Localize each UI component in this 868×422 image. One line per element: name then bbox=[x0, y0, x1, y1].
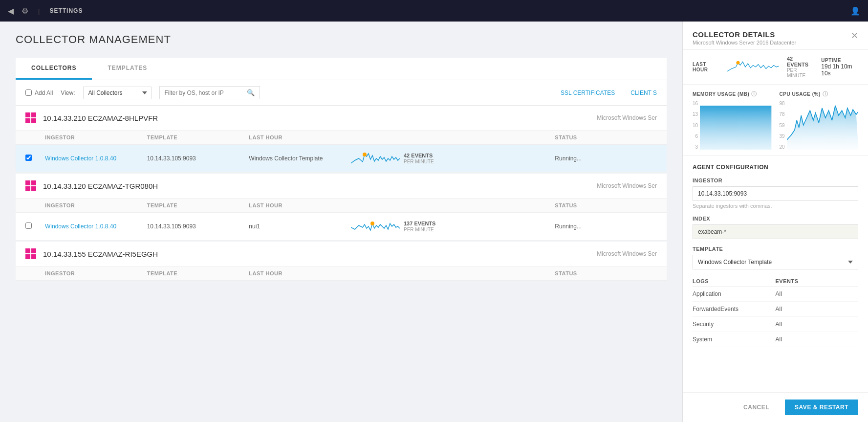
collector-group-1: 10.14.33.210 EC2AMAZ-8HLPVFR Microsoft W… bbox=[16, 106, 667, 173]
template-label: TEMPLATE bbox=[693, 246, 858, 252]
log-events-0: All bbox=[776, 290, 859, 297]
events-count-1: 42 EVENTS bbox=[404, 153, 434, 158]
col-status-3: STATUS bbox=[555, 270, 657, 276]
col-ingestor-1: INGESTOR bbox=[45, 134, 147, 140]
client-link[interactable]: CLIENT S bbox=[630, 89, 657, 96]
collector-name-1[interactable]: Windows Collector 1.0.8.40 bbox=[45, 155, 147, 162]
list-item: System All bbox=[693, 332, 858, 347]
group-header-3: 10.14.33.155 EC2AMAZ-RI5EGGH Microsoft W… bbox=[16, 242, 667, 267]
log-name-1: ForwardedEvents bbox=[693, 306, 776, 312]
svg-point-1 bbox=[370, 222, 374, 225]
template-select[interactable]: Windows Collector Template nui1 bbox=[693, 255, 858, 269]
col-lasthour-2: LAST HOUR bbox=[249, 202, 351, 208]
gear-icon[interactable]: ⚙ bbox=[22, 6, 28, 16]
agent-config-section: AGENT CONFIGURATION INGESTOR Separate in… bbox=[683, 156, 868, 355]
col-ingestor-3: INGESTOR bbox=[45, 270, 147, 276]
status-1: Running... bbox=[555, 155, 657, 162]
collector-table-3: INGESTOR TEMPLATE LAST HOUR STATUS bbox=[16, 267, 667, 281]
ingestor-field: INGESTOR Separate ingestors with commas. bbox=[693, 178, 858, 209]
right-panel: COLLECTOR DETAILS Microsoft Windows Serv… bbox=[682, 22, 868, 422]
save-restart-button[interactable]: SAVE & RESTART bbox=[785, 400, 858, 415]
svg-rect-3 bbox=[700, 106, 771, 150]
panel-footer: CANCEL SAVE & RESTART bbox=[683, 392, 868, 422]
memory-chart-block: MEMORY USAGE (MB) ⓘ 16 13 10 6 3 bbox=[693, 90, 772, 150]
collector-table-1: INGESTOR TEMPLATE LAST HOUR STATUS Windo… bbox=[16, 131, 667, 173]
cpu-line-chart bbox=[787, 101, 858, 150]
nav-title: SETTINGS bbox=[49, 7, 83, 14]
panel-sparkline-chart bbox=[727, 58, 779, 76]
col-lasthour-1: LAST HOUR bbox=[249, 134, 351, 140]
collector-name-2[interactable]: Windows Collector 1.0.8.40 bbox=[45, 223, 147, 230]
tab-collectors[interactable]: COLLECTORS bbox=[16, 58, 92, 80]
cpu-chart-title: CPU USAGE (%) ⓘ bbox=[780, 90, 859, 98]
col-template-1: TEMPLATE bbox=[147, 134, 249, 140]
table-row[interactable]: Windows Collector 1.0.8.40 10.14.33.105:… bbox=[16, 213, 667, 241]
row-checkbox-2[interactable] bbox=[25, 222, 45, 230]
events-info-2: 137 EVENTS PER MINUTE bbox=[404, 221, 435, 233]
events-col-label: EVENTS bbox=[776, 278, 859, 284]
svg-point-2 bbox=[737, 61, 740, 65]
close-button[interactable]: ✕ bbox=[851, 30, 858, 41]
memory-chart-labels: 16 13 10 6 3 bbox=[693, 101, 698, 150]
log-events-3: All bbox=[776, 336, 859, 343]
log-events-1: All bbox=[776, 306, 859, 312]
row-checkbox-1[interactable] bbox=[25, 155, 45, 162]
uptime-label: UPTIME bbox=[821, 58, 858, 63]
group-header-2: 10.14.33.120 EC2AMAZ-TGR080H Microsoft W… bbox=[16, 174, 667, 199]
stats-row: LAST HOUR 42 EVENTS PER MINUTE UPTIME 19… bbox=[683, 50, 868, 85]
group-title-1: 10.14.33.210 EC2AMAZ-8HLPVFR bbox=[43, 114, 158, 122]
view-label: View: bbox=[61, 89, 75, 96]
panel-events-per: PER MINUTE bbox=[787, 67, 813, 78]
events-info-1: 42 EVENTS PER MINUTE bbox=[404, 153, 434, 165]
filter-input[interactable] bbox=[165, 89, 243, 96]
group-os-1: Microsoft Windows Ser bbox=[597, 114, 657, 121]
panel-header: COLLECTOR DETAILS Microsoft Windows Serv… bbox=[683, 22, 868, 50]
back-icon[interactable]: ◀ bbox=[8, 6, 14, 16]
last-hour-label: LAST HOUR bbox=[693, 62, 719, 72]
panel-events-info: 42 EVENTS PER MINUTE bbox=[787, 56, 813, 78]
col-lasthour-3: LAST HOUR bbox=[249, 270, 351, 276]
charts-row: MEMORY USAGE (MB) ⓘ 16 13 10 6 3 bbox=[683, 85, 868, 156]
memory-info-icon[interactable]: ⓘ bbox=[751, 90, 757, 98]
ssl-certificates-link[interactable]: SSL CERTIFICATES bbox=[561, 89, 615, 96]
template-val-1: Windows Collector Template bbox=[249, 155, 351, 162]
left-content: COLLECTOR MANAGEMENT COLLECTORS TEMPLATE… bbox=[0, 22, 682, 422]
group-os-3: Microsoft Windows Ser bbox=[597, 250, 657, 257]
panel-title-block: COLLECTOR DETAILS Microsoft Windows Serv… bbox=[693, 30, 796, 45]
view-select[interactable]: All Collectors Active Inactive bbox=[83, 87, 152, 99]
table-row[interactable]: Windows Collector 1.0.8.40 10.14.33.105:… bbox=[16, 145, 667, 173]
list-item: Application All bbox=[693, 287, 858, 302]
log-name-2: Security bbox=[693, 321, 776, 328]
log-events-2: All bbox=[776, 321, 859, 328]
cancel-button[interactable]: CANCEL bbox=[734, 400, 779, 415]
panel-subtitle: Microsoft Windows Server 2016 Datacenter bbox=[693, 40, 796, 45]
col-template-2: TEMPLATE bbox=[147, 202, 249, 208]
add-all-label: Add All bbox=[35, 89, 53, 96]
main-layout: COLLECTOR MANAGEMENT COLLECTORS TEMPLATE… bbox=[0, 22, 868, 422]
ingestor-hint: Separate ingestors with commas. bbox=[693, 203, 858, 209]
tab-templates[interactable]: TEMPLATES bbox=[92, 58, 163, 80]
windows-icon-2 bbox=[25, 180, 36, 191]
sparkline-cell-2: 137 EVENTS PER MINUTE bbox=[351, 218, 555, 235]
svg-marker-4 bbox=[787, 106, 858, 150]
events-per-2: PER MINUTE bbox=[404, 226, 435, 233]
filter-wrapper: 🔍 bbox=[159, 86, 260, 99]
memory-chart-with-labels: 16 13 10 6 3 bbox=[693, 101, 772, 150]
sparkline-chart-2 bbox=[351, 218, 400, 235]
last-hour-block: LAST HOUR bbox=[693, 62, 719, 72]
add-all-checkbox[interactable] bbox=[25, 89, 32, 96]
ingestor-label: INGESTOR bbox=[693, 178, 858, 183]
status-2: Running... bbox=[555, 223, 657, 230]
group-title-2: 10.14.33.120 EC2AMAZ-TGR080H bbox=[43, 182, 158, 190]
cpu-chart-labels: 98 78 59 39 20 bbox=[780, 101, 785, 150]
ingestor-input[interactable] bbox=[693, 186, 858, 201]
list-item: ForwardedEvents All bbox=[693, 302, 858, 317]
toolbar: Add All View: All Collectors Active Inac… bbox=[16, 80, 667, 106]
cpu-info-icon[interactable]: ⓘ bbox=[823, 90, 828, 98]
ingestor-val-1: 10.14.33.105:9093 bbox=[147, 155, 249, 162]
windows-icon-1 bbox=[25, 112, 36, 123]
group-os-2: Microsoft Windows Ser bbox=[597, 182, 657, 189]
user-icon[interactable]: 👤 bbox=[850, 6, 860, 16]
group-header-1: 10.14.33.210 EC2AMAZ-8HLPVFR Microsoft W… bbox=[16, 106, 667, 131]
search-icon: 🔍 bbox=[247, 89, 255, 96]
